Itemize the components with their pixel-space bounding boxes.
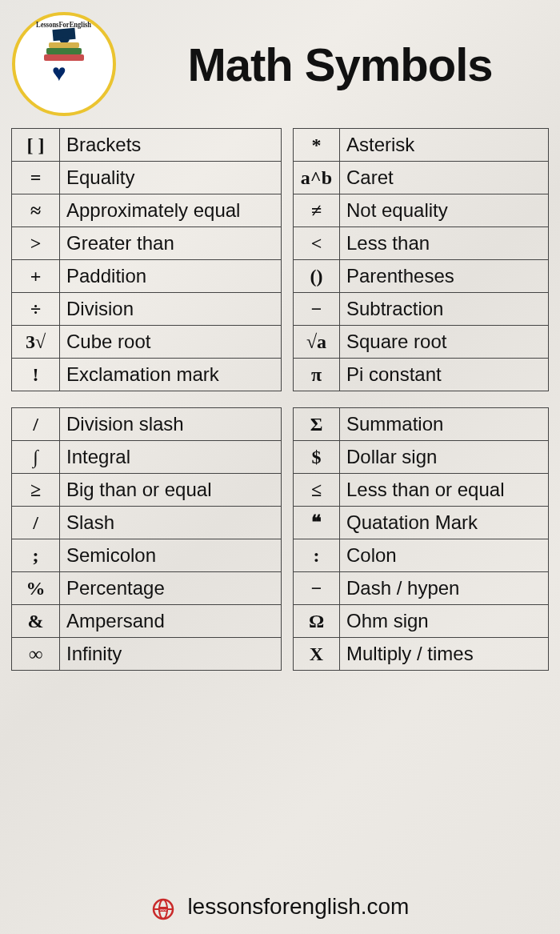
name-cell: Cube root <box>60 326 282 359</box>
table-row: ≈Approximately equal <box>12 194 282 227</box>
symbol-cell: π <box>294 359 340 391</box>
symbol-cell: 3√ <box>12 326 60 359</box>
table-row: ∫Integral <box>12 441 282 474</box>
name-cell: Equality <box>60 162 282 194</box>
table-row: +Paddition <box>12 260 282 293</box>
name-cell: Approximately equal <box>60 194 282 227</box>
name-cell: Division slash <box>60 408 282 441</box>
symbol-cell: ≠ <box>294 194 340 227</box>
name-cell: Less than <box>340 227 549 260</box>
name-cell: Summation <box>340 408 549 441</box>
symbol-cell: > <box>12 227 60 260</box>
name-cell: Integral <box>60 441 282 474</box>
symbol-cell: ! <box>12 359 60 391</box>
table-row: =Equality <box>12 162 282 194</box>
books-icon <box>44 38 84 61</box>
symbol-cell: ÷ <box>12 293 60 326</box>
name-cell: Big than or equal <box>60 474 282 507</box>
table-row: √aSquare root <box>294 326 549 359</box>
table-row: &Ampersand <box>12 605 282 638</box>
table-row: ÷Division <box>12 293 282 326</box>
symbol-cell: $ <box>294 441 340 474</box>
symbol-cell: ; <box>12 539 60 572</box>
globe-icon: www <box>151 895 175 921</box>
table-row: ❝Quatation Mark <box>294 507 549 539</box>
name-cell: Paddition <box>60 260 282 293</box>
symbols-table-bottom-right: ΣSummation$Dollar sign≤Less than or equa… <box>293 407 549 671</box>
name-cell: Ohm sign <box>340 605 549 638</box>
table-row: ≥Big than or equal <box>12 474 282 507</box>
table-row: πPi constant <box>294 359 549 391</box>
symbol-cell: = <box>12 162 60 194</box>
name-cell: Greater than <box>60 227 282 260</box>
symbol-cell: ≤ <box>294 474 340 507</box>
symbol-cell: ≈ <box>12 194 60 227</box>
table-row: ≠Not equality <box>294 194 549 227</box>
symbol-cell: − <box>294 293 340 326</box>
table-row: ;Semicolon <box>12 539 282 572</box>
symbol-cell: + <box>12 260 60 293</box>
name-cell: Pi constant <box>340 359 549 391</box>
table-row: *Asterisk <box>294 129 549 162</box>
name-cell: Caret <box>340 162 549 194</box>
name-cell: Quatation Mark <box>340 507 549 539</box>
name-cell: Asterisk <box>340 129 549 162</box>
symbols-table-top-left: [ ]Brackets=Equality≈Approximately equal… <box>11 128 282 391</box>
table-row: −Subtraction <box>294 293 549 326</box>
table-row: ΩOhm sign <box>294 605 549 638</box>
table-row: XMultiply / times <box>294 638 549 671</box>
name-cell: Colon <box>340 539 549 572</box>
footer: www lessonsforenglish.com <box>0 894 560 921</box>
name-cell: Ampersand <box>60 605 282 638</box>
heart-flag-icon <box>52 66 76 88</box>
symbol-cell: : <box>294 539 340 572</box>
table-row: /Slash <box>12 507 282 539</box>
table-row: /Division slash <box>12 408 282 441</box>
name-cell: Subtraction <box>340 293 549 326</box>
footer-url: lessonsforenglish.com <box>187 894 409 919</box>
symbol-cell: & <box>12 605 60 638</box>
symbols-table-top-right: *Asteriska^bCaret≠Not equality<Less than… <box>293 128 549 391</box>
table-row: <Less than <box>294 227 549 260</box>
name-cell: Dash / hypen <box>340 572 549 605</box>
symbols-table-bottom-left: /Division slash∫Integral≥Big than or equ… <box>11 407 282 671</box>
name-cell: Semicolon <box>60 539 282 572</box>
symbol-cell: () <box>294 260 340 293</box>
name-cell: Percentage <box>60 572 282 605</box>
symbol-cell: Ω <box>294 605 340 638</box>
table-row: ≤Less than or equal <box>294 474 549 507</box>
name-cell: Slash <box>60 507 282 539</box>
name-cell: Multiply / times <box>340 638 549 671</box>
name-cell: Square root <box>340 326 549 359</box>
table-row: 3√Cube root <box>12 326 282 359</box>
logo-text: LessonsForEnglish <box>37 20 92 29</box>
table-row: !Exclamation mark <box>12 359 282 391</box>
table-row: [ ]Brackets <box>12 129 282 162</box>
symbol-cell: [ ] <box>12 129 60 162</box>
name-cell: Division <box>60 293 282 326</box>
name-cell: Infinity <box>60 638 282 671</box>
symbol-cell: < <box>294 227 340 260</box>
symbol-cell: * <box>294 129 340 162</box>
name-cell: Brackets <box>60 129 282 162</box>
table-row: ()Parentheses <box>294 260 549 293</box>
table-row: ΣSummation <box>294 408 549 441</box>
symbol-cell: / <box>12 408 60 441</box>
symbol-cell: ≥ <box>12 474 60 507</box>
symbol-cell: ❝ <box>294 507 340 539</box>
graduation-cap-icon <box>52 28 75 41</box>
table-row: −Dash / hypen <box>294 572 549 605</box>
symbol-cell: % <box>12 572 60 605</box>
name-cell: Dollar sign <box>340 441 549 474</box>
symbol-cell: X <box>294 638 340 671</box>
table-row: :Colon <box>294 539 549 572</box>
table-row: %Percentage <box>12 572 282 605</box>
name-cell: Exclamation mark <box>60 359 282 391</box>
site-logo: LessonsForEnglish <box>12 12 116 116</box>
name-cell: Less than or equal <box>340 474 549 507</box>
table-row: >Greater than <box>12 227 282 260</box>
table-row: ∞Infinity <box>12 638 282 671</box>
symbol-cell: Σ <box>294 408 340 441</box>
table-row: a^bCaret <box>294 162 549 194</box>
header: LessonsForEnglish Math Symbols <box>0 0 560 128</box>
